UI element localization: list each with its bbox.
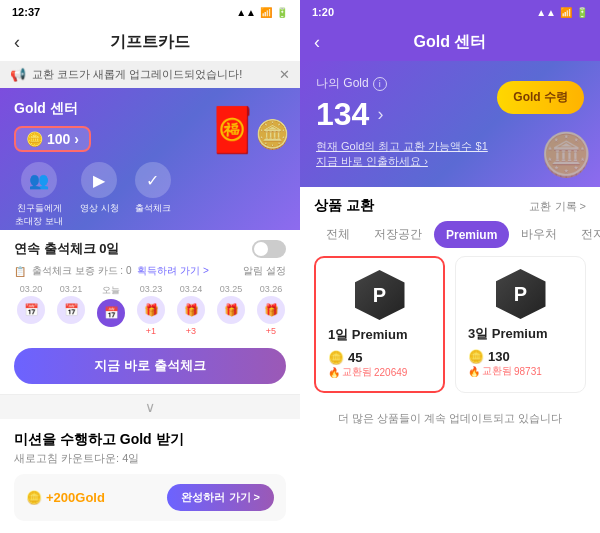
exchange-title: 상품 교환 [314,197,374,215]
notification-icon: 📢 [10,67,26,82]
action-watch[interactable]: ▶ 영상 시청 [80,162,119,230]
right-status-bar: 1:20 ▲▲ 📶 🔋 [300,0,600,24]
attendance-info: 📋 출석체크 보증 카드 : 0 획득하려 가기 > 알림 설정 [14,264,286,278]
more-products-text: 더 많은 상품들이 계속 업데이트되고 있습니다 [300,403,600,440]
left-nav-bar: ‹ 기프트카드 [0,24,300,61]
cal-day-today: 오늘 📅 [94,284,128,336]
filter-tab-premium[interactable]: Premium [434,221,509,248]
checkin-icon: ✓ [135,162,171,198]
filter-tab-storage[interactable]: 저장공간 [362,221,434,248]
left-back-button[interactable]: ‹ [14,32,20,53]
mission-section: 미션을 수행하고 Gold 받기 새로고침 카운트다운: 4일 🪙 +200Go… [0,419,300,533]
coin-icon-1: 🪙 [328,350,344,365]
attendance-check-button[interactable]: 지금 바로 출석체크 [14,348,286,384]
right-nav-bar: ‹ Gold 센터 [300,24,600,61]
product-card-3day[interactable]: P 3일 Premium 🪙 130 🔥 교환됨 98731 [455,256,586,393]
left-status-icons: ▲▲ 📶 🔋 [236,7,288,18]
gold-balance-box[interactable]: 🪙 100 › [14,126,91,152]
price-value-1: 45 [348,350,362,365]
treasure-chest-icon: 🧧 [205,108,260,152]
mission-card: 🪙 +200Gold 완성하러 가기 > [14,474,286,521]
notification-close-button[interactable]: ✕ [279,67,290,82]
product-price-1day: 🪙 45 [328,350,431,365]
checkin-label: 출석체크 [135,202,171,215]
right-page-title: Gold 센터 [414,32,487,53]
mission-reward-text: +200Gold [46,490,105,505]
left-page-title: 기프트카드 [110,32,190,53]
cal-day-0324: 03.24 🎁 +3 [174,284,208,336]
count-value-1: 220649 [374,367,407,378]
gold-hero-section: 나의 Gold i 134 › Gold 수령 현재 Gold의 최고 교환 가… [300,61,600,187]
exchange-history-link[interactable]: 교환 기록 > [529,199,586,214]
attendance-info-icon: 📋 [14,266,26,277]
gold-desc-link[interactable]: 지금 바로 인출하세요 › [316,155,428,167]
gold-balance: 100 [47,131,70,147]
attendance-info-link[interactable]: 획득하려 가기 > [137,264,208,278]
gold-balance-arrow: › [74,131,79,147]
expand-arrow[interactable]: ∨ [0,395,300,419]
gold-amount: 134 [316,96,369,133]
gold-amount-arrow[interactable]: › [377,104,383,125]
action-invite[interactable]: 👥 친구들에게 초대장 보내기 [14,162,64,230]
exchange-section: 상품 교환 교환 기록 > 전체 저장공간 Premium 바우처 전자기기 P… [300,187,600,533]
watch-icon: ▶ [81,162,117,198]
coin-icon-2: 🪙 [468,349,484,364]
price-value-2: 130 [488,349,510,364]
attendance-header: 연속 출석체크 0일 [14,240,286,258]
product-icon-1day: P [355,270,405,320]
filter-tab-voucher[interactable]: 바우처 [509,221,569,248]
cal-day-0326: 03.26 🎁 +5 [254,284,286,336]
attendance-section: 연속 출석체크 0일 📋 출석체크 보증 카드 : 0 획득하려 가기 > 알림… [0,230,300,395]
filter-tabs: 전체 저장공간 Premium 바우처 전자기기 [300,221,600,256]
cal-icon-0324: 🎁 [177,296,205,324]
actions-row: 👥 친구들에게 초대장 보내기 ▶ 영상 시청 ✓ 출석체크 [14,162,286,230]
right-panel: 1:20 ▲▲ 📶 🔋 ‹ Gold 센터 나의 Gold i 134 › Go… [300,0,600,533]
mission-sub: 새로고침 카운트다운: 4일 [14,451,286,466]
attendance-title: 연속 출석체크 0일 [14,240,119,258]
cal-day-0321: 03.21 📅 [54,284,88,336]
product-card-1day[interactable]: P 1일 Premium 🪙 45 🔥 교환됨 220649 [314,256,445,393]
product-grid: P 1일 Premium 🪙 45 🔥 교환됨 220649 P 3일 Prem… [300,256,600,403]
cal-icon-0326: 🎁 [257,296,285,324]
calendar-row: 03.20 📅 03.21 📅 오늘 📅 03.23 🎁 +1 03.24 🎁 … [14,284,286,340]
right-status-icons: ▲▲ 📶 🔋 [536,7,588,18]
cal-icon-0320: 📅 [17,296,45,324]
mission-coin-icon: 🪙 [26,490,42,505]
cal-icon-0325: 🎁 [217,296,245,324]
cal-icon-0321: 📅 [57,296,85,324]
attendance-info-text: 출석체크 보증 카드 : 0 [32,264,131,278]
hero-coin-decoration: 🪙 [540,130,592,179]
exchange-header: 상품 교환 교환 기록 > [300,187,600,221]
gold-section: Gold 센터 🪙 100 › 🧧 🪙 👥 친구들에게 초대장 보내기 ▶ 영상… [0,88,300,230]
cal-icon-today: 📅 [97,299,125,327]
product-name-3day: 3일 Premium [468,325,573,343]
watch-label: 영상 시청 [80,202,119,215]
product-name-1day: 1일 Premium [328,326,431,344]
exchange-count-1day: 🔥 교환됨 220649 [328,365,431,379]
filter-tab-all[interactable]: 전체 [314,221,362,248]
gold-receive-button[interactable]: Gold 수령 [497,81,584,114]
cal-day-0325: 03.25 🎁 [214,284,248,336]
filter-tab-electronics[interactable]: 전자기기 [569,221,600,248]
info-icon[interactable]: i [373,77,387,91]
left-time: 12:37 [12,6,40,18]
count-label-2: 교환됨 [482,364,512,378]
product-price-3day: 🪙 130 [468,349,573,364]
action-checkin[interactable]: ✓ 출석체크 [135,162,171,230]
right-time: 1:20 [312,6,334,18]
mission-title: 미션을 수행하고 Gold 받기 [14,431,286,449]
cal-day-0320: 03.20 📅 [14,284,48,336]
mission-complete-button[interactable]: 완성하러 가기 > [167,484,274,511]
exchange-count-3day: 🔥 교환됨 98731 [468,364,573,378]
left-status-bar: 12:37 ▲▲ 📶 🔋 [0,0,300,24]
cal-day-0323: 03.23 🎁 +1 [134,284,168,336]
left-panel: 12:37 ▲▲ 📶 🔋 ‹ 기프트카드 📢 교환 코드가 새롭게 업그레이드되… [0,0,300,533]
invite-label: 친구들에게 초대장 보내기 [14,202,64,230]
coin-icon: 🪙 [26,131,43,147]
alarm-button[interactable]: 알림 설정 [243,264,286,278]
mission-reward: 🪙 +200Gold [26,490,105,505]
attendance-toggle[interactable] [252,240,286,258]
right-back-button[interactable]: ‹ [314,32,320,53]
product-icon-3day: P [496,269,546,319]
invite-icon: 👥 [21,162,57,198]
